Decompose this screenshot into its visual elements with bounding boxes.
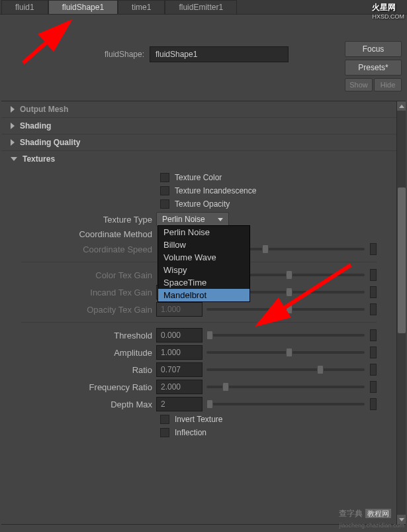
section-shading[interactable]: Shading: [1, 117, 396, 134]
ratio-slider[interactable]: [206, 368, 365, 371]
color-tex-gain-label: Color Tex Gain: [1, 270, 152, 280]
texture-type-menu: Perlin Noise Billow Volume Wave Wispy Sp…: [158, 225, 250, 302]
value-indicator: [370, 303, 377, 315]
amplitude-input[interactable]: [156, 345, 203, 360]
scroll-thumb[interactable]: [398, 187, 406, 333]
section-output-mesh[interactable]: Output Mesh: [1, 101, 396, 117]
value-indicator: [370, 269, 377, 281]
value-indicator: [370, 398, 377, 410]
checkbox-label: Invert Texture: [175, 415, 222, 424]
texture-type-dropdown[interactable]: Perlin Noise: [156, 212, 229, 227]
section-shading-quality[interactable]: Shading Quality: [1, 134, 396, 150]
option-spacetime[interactable]: SpaceTime: [158, 276, 249, 289]
texture-type-label: Texture Type: [1, 215, 152, 225]
texture-color-checkbox[interactable]: [160, 173, 169, 182]
threshold-input[interactable]: [156, 328, 203, 343]
value-indicator: [370, 329, 377, 341]
amplitude-slider[interactable]: [206, 351, 365, 354]
value-indicator: [370, 286, 377, 298]
invert-texture-checkbox[interactable]: [160, 415, 169, 424]
scroll-up-icon[interactable]: [397, 101, 406, 111]
section-label: Output Mesh: [20, 105, 68, 114]
threshold-slider[interactable]: [206, 334, 365, 337]
amplitude-label: Amplitude: [1, 348, 152, 358]
watermark-top: 火星网 HXSD.COM: [372, 1, 404, 20]
node-name-input[interactable]: [150, 46, 289, 62]
incand-tex-gain-label: Incand Tex Gain: [1, 288, 152, 297]
section-label: Textures: [23, 154, 55, 164]
value-indicator: [370, 346, 377, 358]
texture-opacity-checkbox[interactable]: [160, 199, 169, 209]
watermark-bottom: 查字典 教程网 jiaocheng.chazidian.com: [339, 508, 404, 529]
dropdown-value: Perlin Noise: [162, 215, 205, 224]
tab-fluid1[interactable]: fluid1: [1, 0, 48, 14]
collapse-arrow-icon: [11, 106, 15, 113]
section-textures[interactable]: Textures: [1, 150, 396, 167]
watermark-sub: jiaocheng.chazidian.com: [339, 522, 404, 529]
value-indicator: [370, 243, 377, 255]
collapse-arrow-icon: [11, 139, 15, 146]
expand-arrow-icon: [11, 157, 17, 161]
depth-max-input[interactable]: [156, 397, 203, 411]
section-label: Shading Quality: [20, 138, 80, 147]
coordinate-method-label: Coordinate Method: [1, 229, 152, 239]
depth-max-label: Depth Max: [1, 399, 152, 409]
ratio-label: Ratio: [1, 365, 152, 375]
watermark-sub: HXSD.COM: [372, 13, 404, 20]
opacity-tex-gain-label: Opacity Tex Gain: [1, 305, 152, 315]
option-perlin-noise[interactable]: Perlin Noise: [158, 226, 249, 239]
show-button[interactable]: Show: [345, 78, 373, 91]
opacity-tex-gain-slider[interactable]: [206, 308, 365, 311]
coordinate-speed-label: Coordinate Speed: [1, 244, 152, 254]
watermark-text: 查字典: [339, 509, 363, 518]
presets-button[interactable]: Presets*: [345, 60, 402, 76]
option-volume-wave[interactable]: Volume Wave: [158, 251, 249, 264]
opacity-tex-gain-input[interactable]: [156, 302, 203, 317]
focus-button[interactable]: Focus: [345, 41, 402, 57]
option-mandelbrot[interactable]: Mandelbrot: [158, 289, 249, 301]
checkbox-label: Texture Incandescence: [175, 186, 256, 195]
collapse-arrow-icon: [11, 123, 15, 129]
frequency-ratio-input[interactable]: [156, 380, 203, 394]
texture-incandescence-checkbox[interactable]: [160, 186, 169, 195]
tab-fluidshape1[interactable]: fluidShape1: [48, 0, 118, 14]
checkbox-label: Texture Color: [175, 173, 222, 182]
watermark-text: 火星网: [372, 3, 396, 12]
value-indicator: [370, 381, 377, 393]
chevron-down-icon: [218, 218, 223, 221]
inflection-checkbox[interactable]: [160, 428, 169, 437]
frequency-ratio-label: Frequency Ratio: [1, 382, 152, 392]
value-indicator: [370, 364, 377, 376]
option-wispy[interactable]: Wispy: [158, 264, 249, 276]
watermark-tag: 教程网: [365, 509, 391, 518]
hide-button[interactable]: Hide: [374, 78, 402, 91]
option-billow[interactable]: Billow: [158, 239, 249, 251]
vertical-scrollbar[interactable]: [396, 101, 406, 524]
node-name-label: fluidShape:: [5, 50, 144, 59]
frequency-ratio-slider[interactable]: [206, 386, 365, 388]
tab-time1[interactable]: time1: [118, 0, 165, 14]
depth-max-slider[interactable]: [206, 403, 365, 405]
tab-fluidemitter1[interactable]: fluidEmitter1: [165, 0, 237, 14]
ratio-input[interactable]: [156, 362, 203, 377]
threshold-label: Threshold: [1, 331, 152, 341]
checkbox-label: Inflection: [175, 428, 206, 437]
section-label: Shading: [20, 121, 51, 131]
checkbox-label: Texture Opacity: [175, 199, 230, 209]
